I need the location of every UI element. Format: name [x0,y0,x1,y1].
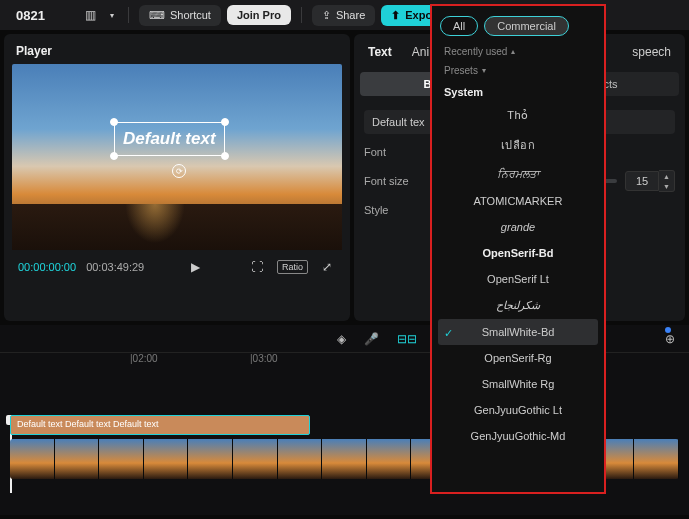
fontsize-up[interactable]: ▲ [659,171,674,181]
notification-dot [665,327,671,333]
fontsize-down[interactable]: ▼ [659,181,674,191]
font-option[interactable]: GenJyuuGothic-Md [438,423,598,449]
font-option[interactable]: Thỏ [438,102,598,129]
fullscreen-icon[interactable]: ⤢ [318,258,336,276]
font-option[interactable]: OpenSerif-Rg [438,345,598,371]
font-option[interactable]: ਨਿਰਮਲਤਾ [438,161,598,188]
handle-top-left[interactable] [110,118,118,126]
font-recently-used[interactable]: Recently used ▴ [438,44,598,63]
font-filter-all[interactable]: All [440,16,478,36]
player-title: Player [12,40,342,64]
export-icon: ⬆ [391,9,400,22]
check-icon: ✓ [444,327,453,340]
font-option[interactable]: ✓SmallWhite-Bd [438,319,598,345]
mic-icon[interactable]: 🎤 [360,330,383,348]
font-label: Font [364,146,424,158]
text-clip[interactable]: Default text Default text Default text [10,415,310,435]
font-option[interactable]: SmallWhite Rg [438,371,598,397]
chevron-down-icon: ▾ [482,66,486,75]
tab-text[interactable]: Text [364,42,396,62]
join-pro-button[interactable]: Join Pro [227,5,291,25]
font-option[interactable]: ATOMICMARKER [438,188,598,214]
share-icon: ⇪ [322,9,331,22]
video-preview[interactable]: Default text ⟳ [12,64,342,250]
font-presets[interactable]: Presets ▾ [438,63,598,82]
project-name: 0821 [16,8,45,23]
current-time: 00:00:00:00 [18,261,76,273]
fontsize-value[interactable]: 15 [625,171,659,191]
font-option[interactable]: เปลือก [438,129,598,161]
text-overlay[interactable]: Default text [114,122,225,156]
keyboard-icon: ⌨ [149,9,165,22]
font-option[interactable]: GenJyuuGothic Lt [438,397,598,423]
layout-icon[interactable]: ▥ [81,6,100,24]
ratio-button[interactable]: Ratio [277,260,308,274]
share-button[interactable]: ⇪ Share [312,5,375,26]
fontsize-label: Font size [364,175,424,187]
font-dropdown[interactable]: All Commercial Recently used ▴ Presets ▾… [430,4,606,494]
auto-timeline-icon[interactable]: ⊟⊟ [393,330,421,348]
style-label: Style [364,204,424,216]
font-option[interactable]: grande [438,214,598,240]
font-option[interactable]: OpenSerif-Bd [438,240,598,266]
rotate-handle[interactable]: ⟳ [172,164,186,178]
timeline-effects-icon[interactable]: ◈ [333,330,350,348]
chevron-up-icon: ▴ [511,47,515,56]
font-filter-commercial[interactable]: Commercial [484,16,569,36]
layout-dropdown-icon[interactable]: ▾ [106,9,118,22]
font-category-system: System [438,82,598,102]
tab-speech[interactable]: speech [628,42,675,62]
play-button[interactable]: ▶ [187,258,204,276]
total-duration: 00:03:49:29 [86,261,144,273]
crop-icon[interactable]: ⛶ [247,258,267,276]
handle-top-right[interactable] [221,118,229,126]
font-option[interactable]: OpenSerif Lt [438,266,598,292]
player-panel: Player Default text ⟳ 00:00:00:00 00:03:… [4,34,350,321]
font-option[interactable]: شكرلنجاح [438,292,598,319]
handle-bottom-right[interactable] [221,152,229,160]
shortcut-button[interactable]: ⌨ Shortcut [139,5,221,26]
handle-bottom-left[interactable] [110,152,118,160]
